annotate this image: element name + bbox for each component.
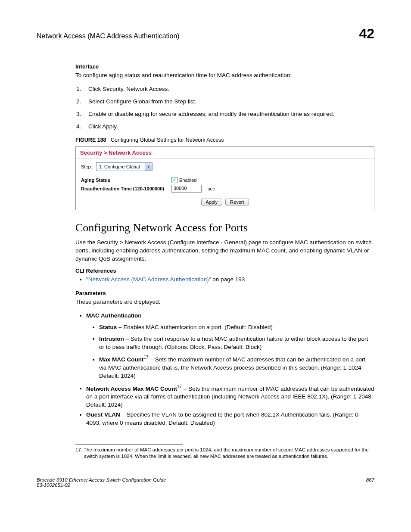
- step-item: Click Security, Network Access.: [75, 85, 374, 93]
- step-item: Select Configure Global from the Step li…: [75, 98, 374, 106]
- chapter-number: 42: [359, 26, 374, 42]
- footer-doc-id: 53-1002651-02: [37, 482, 70, 488]
- param-name: Network Access Max MAC Count: [86, 385, 177, 392]
- interface-heading: Interface: [75, 63, 374, 70]
- step-item: Enable or disable aging for secure addre…: [75, 110, 374, 118]
- footnote: 17. The maximum number of MAC addresses …: [75, 447, 374, 460]
- param-name: Guest VLAN: [86, 411, 120, 418]
- footnote-rule: [75, 445, 183, 445]
- param-item: Status – Enables MAC authentication on a…: [99, 324, 374, 332]
- param-item: Max MAC Count17 – Sets the maximum numbe…: [99, 355, 374, 380]
- chevron-down-icon[interactable]: ▼: [145, 163, 152, 171]
- header-section-title: Network Access (MAC Address Authenticati…: [37, 32, 180, 40]
- reauth-time-unit: sec: [208, 186, 215, 191]
- step-item: Click Apply.: [75, 123, 374, 131]
- aging-enabled-checkbox[interactable]: ✓: [171, 177, 177, 183]
- param-desc: – Sets the port response to a host MAC a…: [99, 336, 368, 350]
- footnote-number: 17.: [75, 447, 82, 452]
- page-header: Network Access (MAC Address Authenticati…: [34, 26, 377, 42]
- page-number: 867: [366, 477, 374, 488]
- parameters-heading: Parameters: [75, 290, 374, 296]
- footnote-ref: 17: [177, 384, 182, 389]
- param-desc: – Enables MAC authentication on a port. …: [117, 324, 273, 330]
- interface-intro: To configure aging status and reauthenti…: [75, 72, 374, 80]
- param-name: Status: [99, 324, 117, 330]
- interface-steps: Click Security, Network Access. Select C…: [75, 85, 374, 131]
- param-group: MAC Authentication Status – Enables MAC …: [86, 312, 374, 380]
- param-item: Network Access Max MAC Count17 – Sets th…: [86, 384, 374, 409]
- step-selector-row: Step: 1. Configure Global ▼: [81, 162, 369, 171]
- reauth-time-label: Reauthentication Time (120-1000000): [81, 186, 171, 191]
- cli-references-heading: CLI References: [75, 268, 374, 274]
- cli-reference-link[interactable]: "Network Access (MAC Address Authenticat…: [86, 276, 211, 283]
- footnote-ref: 17: [144, 355, 149, 360]
- apply-button[interactable]: Apply: [201, 199, 223, 205]
- section-intro: Use the Security > Network Access (Confi…: [75, 239, 374, 263]
- footer-doc-title: Brocade 6910 Ethernet Access Switch Conf…: [37, 477, 166, 482]
- param-name: Max MAC Count: [99, 356, 144, 363]
- cli-reference-tail: on page 193: [211, 276, 245, 283]
- step-label: Step:: [81, 164, 92, 169]
- param-name: Intrusion: [99, 336, 124, 342]
- param-item: Intrusion – Sets the port response to a …: [99, 335, 374, 352]
- screenshot-panel: Security > Network Access Step: 1. Confi…: [75, 146, 374, 210]
- figure-title: Configuring Global Settings for Network …: [111, 137, 224, 143]
- footnote-text: The maximum number of MAC addresses per …: [84, 447, 369, 459]
- figure-label: FIGURE 188: [75, 137, 106, 143]
- page-footer: Brocade 6910 Ethernet Access Switch Conf…: [34, 477, 377, 488]
- parameters-intro: These parameters are displayed:: [75, 298, 374, 306]
- step-dropdown[interactable]: 1. Configure Global ▼: [96, 162, 153, 171]
- revert-button[interactable]: Revert: [225, 199, 249, 205]
- section-heading: Configuring Network Access for Ports: [75, 221, 374, 234]
- cli-reference-item: "Network Access (MAC Address Authenticat…: [86, 276, 374, 284]
- figure-caption: FIGURE 188 Configuring Global Settings f…: [75, 137, 374, 143]
- param-desc: – Specifies the VLAN to be assigned to t…: [86, 411, 360, 426]
- aging-status-label: Aging Status: [81, 177, 171, 183]
- aging-enabled-text: Enabled: [179, 177, 196, 183]
- mac-auth-label: MAC Authentication: [86, 312, 142, 319]
- panel-breadcrumb: Security > Network Access: [76, 147, 374, 159]
- param-item: Guest VLAN – Specifies the VLAN to be as…: [86, 411, 374, 427]
- reauth-time-input[interactable]: 30000: [171, 185, 202, 193]
- step-dropdown-value: 1. Configure Global: [97, 163, 145, 171]
